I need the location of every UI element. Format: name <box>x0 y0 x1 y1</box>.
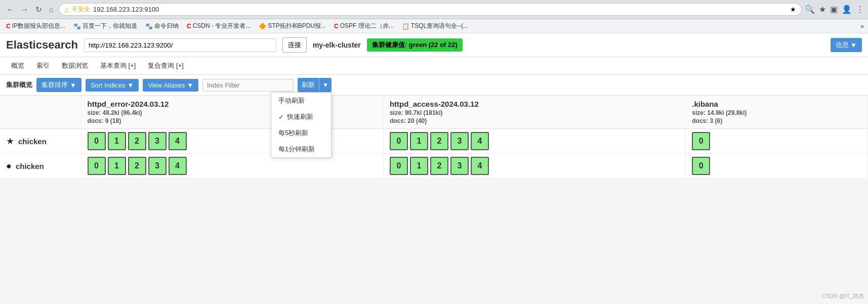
cluster-name: my-elk-cluster <box>313 41 361 49</box>
browser-icons: 🔍 ★ ▣ 👤 ⋮ <box>805 5 864 14</box>
index1-docs: docs: 9 (18) <box>88 117 377 124</box>
index-filter-input[interactable] <box>202 79 294 92</box>
shard-box[interactable]: 0 <box>692 132 710 150</box>
row1-index2-shards: 0 1 2 3 4 <box>383 129 685 154</box>
refresh-5s[interactable]: 每5秒刷新 <box>271 125 331 141</box>
shard-box[interactable]: 3 <box>148 157 167 175</box>
col-header-name <box>0 96 81 129</box>
refresh-button[interactable]: 刷新 <box>298 78 319 92</box>
index1-name: httpd_error-2024.03.12 <box>88 100 377 108</box>
view-aliases-dropdown-icon: ▼ <box>187 81 193 89</box>
bookmark-star-icon[interactable]: ★ <box>790 6 796 13</box>
shard-box[interactable]: 0 <box>88 132 106 150</box>
refresh-manual[interactable]: 手动刷新 <box>271 93 331 109</box>
server-url-input[interactable] <box>84 38 276 52</box>
shard-box[interactable]: 0 <box>88 157 106 175</box>
shard-box[interactable]: 2 <box>430 132 448 150</box>
row1-name: chicken <box>18 137 47 146</box>
info-dropdown-icon: ▼ <box>850 41 857 49</box>
bookmark-csdn-ip[interactable]: C IP数据报头部信息... <box>4 21 67 31</box>
shard-row: 0 1 2 3 4 <box>390 132 679 150</box>
shard-box[interactable]: 0 <box>692 157 710 175</box>
nav-tabs: 概览 索引 数据浏览 基本查询 [+] 复合查询 [+] <box>0 57 868 75</box>
bookmark-baidu-label: 百度一下，你就知道 <box>82 22 137 30</box>
shard-row: 0 1 2 3 4 <box>88 132 377 150</box>
address-bar[interactable]: △ 不安全 192.168.223.123:9100 ★ <box>59 3 802 16</box>
tab-basic-query[interactable]: 基本查询 [+] <box>95 59 141 72</box>
row1-index3-shards: 0 <box>686 129 868 154</box>
app-header: Elasticsearch 连接 my-elk-cluster 集群健康值: g… <box>0 33 868 57</box>
shard-box[interactable]: 1 <box>108 132 126 150</box>
index-table: httpd_error-2024.03.12 size: 48.2ki (96.… <box>0 96 868 179</box>
zoom-icon[interactable]: 🔍 <box>805 5 815 14</box>
shard-box[interactable]: 4 <box>471 157 489 175</box>
tab-data-browser[interactable]: 数据浏览 <box>57 59 93 72</box>
bookmark-stp[interactable]: 🔶 STP拓扑和BPDU报... <box>257 21 328 31</box>
shard-box[interactable]: 4 <box>169 132 187 150</box>
sort-indices-button[interactable]: Sort Indices ▼ <box>86 79 139 92</box>
view-aliases-button[interactable]: View Aliases ▼ <box>143 79 198 92</box>
browser-chrome: ← → ↻ ⌂ △ 不安全 192.168.223.123:9100 ★ 🔍 ★… <box>0 0 868 19</box>
refresh-fast[interactable]: 快速刷新 <box>271 109 331 125</box>
bookmark-csdn-label: CSDN - 专业开发者... <box>193 22 251 30</box>
tab-composite-query[interactable]: 复合查询 [+] <box>143 59 188 72</box>
favorite-icon[interactable]: ★ <box>819 5 826 14</box>
security-warning-label: 不安全 <box>72 5 90 14</box>
col-header-index3: .kibana size: 14.9ki (29.8ki) docs: 3 (6… <box>686 96 868 129</box>
tab-overview[interactable]: 概览 <box>6 59 29 72</box>
bookmark-baidu[interactable]: 🐾 百度一下，你就知道 <box>71 21 139 31</box>
table-row: ● chicken 0 1 2 3 4 0 1 <box>0 154 868 179</box>
info-button[interactable]: 信息 ▼ <box>831 38 862 52</box>
cluster-sort-button[interactable]: 集群排序 ▼ <box>36 78 81 92</box>
shard-box[interactable]: 1 <box>410 132 428 150</box>
shard-box[interactable]: 3 <box>450 157 469 175</box>
index2-name: httpd_access-2024.03.12 <box>390 100 679 108</box>
refresh-5s-label: 每5秒刷新 <box>278 128 308 138</box>
shard-box[interactable]: 3 <box>148 132 167 150</box>
refresh-dropdown-menu: 手动刷新 快速刷新 每5秒刷新 每1分钟刷新 <box>271 92 332 158</box>
shard-box[interactable]: 0 <box>390 132 408 150</box>
circle-icon: ● <box>6 161 12 171</box>
refresh-dropdown-button[interactable]: ▼ <box>319 78 332 92</box>
forward-button[interactable]: → <box>19 4 30 15</box>
bookmark-ospf-icon: C <box>334 23 339 30</box>
tab-index[interactable]: 索引 <box>31 59 55 72</box>
shard-box[interactable]: 4 <box>471 132 489 150</box>
refresh-1min[interactable]: 每1分钟刷新 <box>271 141 331 157</box>
back-button[interactable]: ← <box>4 4 16 15</box>
shard-box[interactable]: 1 <box>410 157 428 175</box>
shard-box[interactable]: 4 <box>169 157 187 175</box>
reload-button[interactable]: ↻ <box>33 4 44 15</box>
connect-button[interactable]: 连接 <box>282 37 307 53</box>
bookmark-ospf[interactable]: C OSPF 理论二（赤... <box>332 21 396 31</box>
shard-box[interactable]: 0 <box>390 157 408 175</box>
bookmark-tsql[interactable]: 📋 TSQL查询语句全--(... <box>400 21 470 31</box>
row2-name: chicken <box>16 162 44 170</box>
bookmark-cmd-label: 命令归纳 <box>154 22 179 30</box>
index1-size: size: 48.2ki (96.4ki) <box>88 109 377 116</box>
info-label: 信息 <box>836 40 849 50</box>
row1-identity: ★ chicken <box>0 129 81 154</box>
shard-box[interactable]: 2 <box>128 157 146 175</box>
home-button[interactable]: ⌂ <box>47 4 56 15</box>
shard-box[interactable]: 1 <box>108 157 126 175</box>
security-warning-icon: △ <box>64 6 69 13</box>
bookmarks-more-icon[interactable]: » <box>860 23 864 30</box>
tab-icon[interactable]: ▣ <box>830 5 838 14</box>
shard-box[interactable]: 3 <box>450 132 469 150</box>
bookmark-csdn[interactable]: C CSDN - 专业开发者... <box>185 21 253 31</box>
bookmark-csdn-icon: C <box>187 23 191 30</box>
bookmark-ospf-label: OSPF 理论二（赤... <box>340 22 394 30</box>
menu-icon[interactable]: ⋮ <box>856 5 864 14</box>
shard-box[interactable]: 2 <box>128 132 146 150</box>
bookmark-stp-icon: 🔶 <box>259 23 266 30</box>
cluster-sort-dropdown-icon: ▼ <box>70 81 76 89</box>
profile-icon[interactable]: 👤 <box>842 5 852 14</box>
bookmark-stp-label: STP拓扑和BPDU报... <box>268 22 326 30</box>
star-icon: ★ <box>6 136 14 147</box>
shard-row: 0 <box>692 157 861 175</box>
shard-box[interactable]: 2 <box>430 157 448 175</box>
refresh-fast-label: 快速刷新 <box>287 112 313 121</box>
row2-index2-shards: 0 1 2 3 4 <box>383 154 685 179</box>
bookmark-cmd[interactable]: 🐾 命令归纳 <box>143 21 181 31</box>
